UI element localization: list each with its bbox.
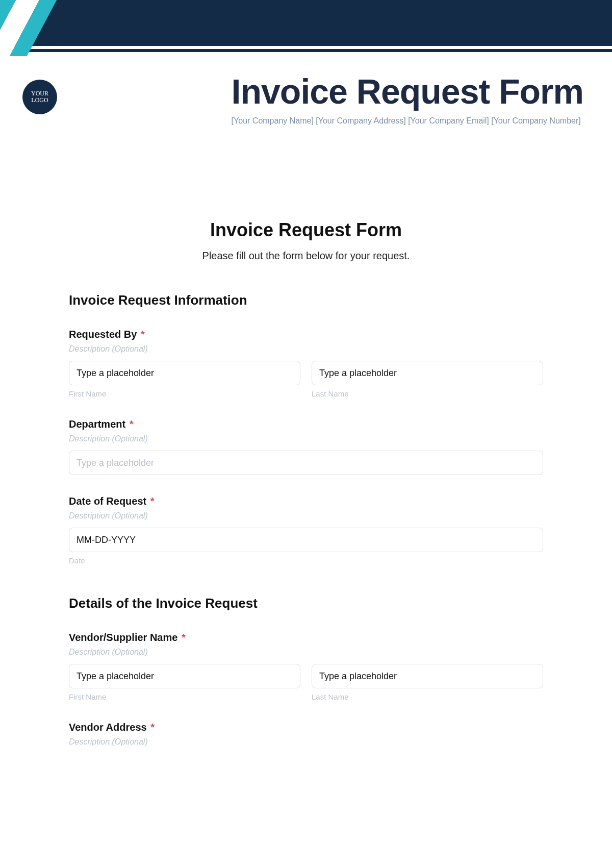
field-label: Vendor/Supplier Name * [69, 632, 543, 643]
field-description: Description (Optional) [69, 344, 543, 354]
field-label: Department * [69, 418, 543, 430]
field-requested-by: Requested By * Description (Optional) Fi… [69, 329, 543, 398]
form-title: Invoice Request Form [69, 219, 543, 241]
form-content: Invoice Request Form Please fill out the… [69, 66, 543, 747]
form-description: Please fill out the form below for your … [69, 250, 543, 262]
required-mark-icon: * [182, 632, 186, 643]
logo-text: YOUR LOGO [22, 90, 57, 104]
label-text: Date of Request [69, 495, 146, 507]
last-name-sublabel: Last Name [312, 389, 543, 398]
field-label: Requested By * [69, 329, 543, 340]
field-description: Description (Optional) [69, 737, 543, 747]
document-title: Invoice Request Form [232, 71, 583, 111]
header-title-block: Invoice Request Form [Your Company Name]… [232, 71, 583, 126]
section-heading-invoice-details: Details of the Invoice Request [69, 596, 543, 611]
last-name-sublabel: Last Name [312, 692, 543, 701]
date-input[interactable] [69, 528, 543, 552]
label-text: Requested By [69, 329, 137, 340]
vendor-last-name-input[interactable] [312, 664, 543, 688]
label-text: Vendor/Supplier Name [69, 632, 177, 643]
logo-placeholder: YOUR LOGO [22, 80, 57, 114]
section-heading-invoice-info: Invoice Request Information [69, 292, 543, 308]
field-vendor-address: Vendor Address * Description (Optional) [69, 722, 543, 747]
first-name-input[interactable] [69, 361, 300, 385]
date-sublabel: Date [69, 556, 543, 565]
first-name-sublabel: First Name [69, 389, 300, 398]
field-description: Description (Optional) [69, 434, 543, 443]
header-band [0, 0, 612, 66]
last-name-input[interactable] [312, 361, 543, 385]
field-label: Date of Request * [69, 495, 543, 507]
label-text: Vendor Address [69, 722, 147, 733]
required-mark-icon: * [150, 495, 155, 507]
field-vendor-name: Vendor/Supplier Name * Description (Opti… [69, 632, 543, 701]
department-input[interactable] [69, 451, 543, 475]
label-text: Department [69, 418, 125, 430]
required-mark-icon: * [141, 329, 145, 340]
field-description: Description (Optional) [69, 511, 543, 520]
page: YOUR LOGO Invoice Request Form [Your Com… [0, 0, 612, 868]
first-name-sublabel: First Name [69, 692, 300, 701]
company-info-line: [Your Company Name] [Your Company Addres… [232, 116, 583, 126]
required-mark-icon: * [150, 722, 155, 733]
field-date-of-request: Date of Request * Description (Optional)… [69, 495, 543, 565]
field-description: Description (Optional) [69, 648, 543, 657]
field-department: Department * Description (Optional) [69, 418, 543, 475]
field-label: Vendor Address * [69, 722, 543, 733]
required-mark-icon: * [130, 418, 134, 430]
vendor-first-name-input[interactable] [69, 664, 300, 688]
